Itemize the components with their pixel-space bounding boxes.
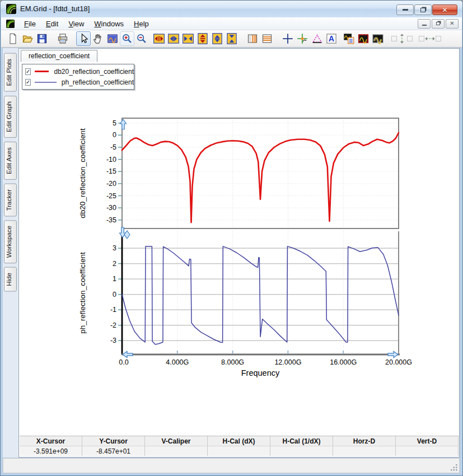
legend-checkbox-1[interactable]: ✓ (25, 79, 31, 86)
tab-label: reflection_coefficient (29, 52, 90, 60)
y-tick-label: -15 (106, 167, 116, 175)
tab-reflection-coefficient[interactable]: reflection_coefficient (21, 50, 97, 62)
y-axis-title-db20: db20_reflection_coefficient (78, 128, 87, 218)
text-annotation-icon: A (326, 33, 337, 44)
mdi-restore-icon (436, 22, 440, 25)
pan-hand-icon (92, 33, 104, 44)
toolbar-separator (274, 31, 280, 46)
mdi-restore-button[interactable] (432, 19, 445, 29)
y-tick-label: -35 (106, 216, 116, 224)
overlay-graphs-icon (372, 33, 384, 44)
overlay-graphs-button[interactable] (371, 31, 385, 46)
single-graph-icon (358, 33, 369, 44)
zoom-in-icon (121, 33, 133, 44)
expand-x-icon (153, 33, 165, 44)
menu-file[interactable]: File (19, 18, 41, 29)
select-arrow-button[interactable] (76, 31, 91, 46)
legend-label: ph_reflection_coefficient (62, 78, 134, 86)
fit-x-button[interactable] (166, 31, 181, 46)
save-button[interactable] (35, 31, 49, 46)
select-arrow-icon (78, 33, 89, 44)
readout-value-1: -8.457e+01 (82, 446, 145, 456)
y-tick-label: -1 (110, 306, 116, 314)
pan-hand-button[interactable] (91, 31, 105, 46)
open-file-button[interactable] (20, 31, 35, 46)
y-tick-label: 5 (113, 119, 116, 127)
zoom-out-button[interactable] (134, 31, 149, 46)
minimize-button[interactable] (396, 4, 414, 15)
y-tick-label: 1 (113, 275, 116, 283)
y-tick-label: -30 (106, 204, 116, 212)
tracker-cross-icon (297, 33, 308, 44)
resize-grip[interactable] (450, 463, 458, 472)
compress-x-button[interactable] (181, 31, 195, 46)
vertical-spacing-icon (397, 33, 407, 44)
legend-box[interactable]: ✓db20_reflection_coefficient✓ph_reflecti… (22, 64, 134, 90)
new-document-button[interactable] (6, 31, 20, 46)
mdi-minimize-button[interactable] (418, 19, 431, 29)
sidebar-tab-strip: Edit PlotsEdit GraphEdit AxesTrackerWork… (3, 53, 18, 296)
series-db20_reflection_coefficient[interactable] (122, 133, 399, 222)
toolbar-separator (70, 31, 76, 46)
sidebar-tab-edit-axes[interactable]: Edit Axes (4, 142, 17, 180)
sidebar-tab-workspace[interactable]: Workspace (4, 220, 17, 263)
sidebar-tab-edit-plots[interactable]: Edit Plots (4, 53, 17, 92)
cursor-readout-table: X-CursorY-CursorV-CaliperH-Cal (dX)H-Cal… (20, 436, 459, 456)
zoom-box-button[interactable] (105, 31, 120, 46)
legend-checkbox-0[interactable]: ✓ (25, 68, 31, 75)
readout-value-6 (396, 446, 459, 456)
y-tick-label: -5 (110, 143, 116, 151)
compress-y-button[interactable] (225, 31, 239, 46)
plot-with-legend-button[interactable] (342, 31, 356, 46)
readout-value-2 (145, 446, 208, 456)
readout-header-3: H-Cal (dX) (208, 436, 270, 446)
expand-x-button[interactable] (152, 31, 166, 46)
chart-pane-phase[interactable]: 3210-1-2-3ph_reflection_coefficient (78, 231, 399, 354)
menu-bar: FileEditViewWindowsHelp ✕ (1, 17, 462, 30)
toolbar-separator (49, 31, 55, 46)
single-graph-button[interactable] (356, 31, 371, 46)
scroll-up-arrow[interactable] (120, 119, 127, 129)
window-title: EM.Grid - [fdtd_tut18] (20, 4, 90, 13)
caliper-triangle-icon (311, 33, 322, 44)
menu-edit[interactable]: Edit (41, 18, 63, 29)
charts-canvas[interactable]: 50-5-10-15-20-25-30-35db20_reflection_co… (78, 107, 414, 387)
crosshair-icon (282, 33, 293, 44)
sidebar-tab-tracker[interactable]: Tracker (4, 184, 17, 217)
mdi-close-icon: ✕ (450, 21, 454, 26)
tracker-cross-button[interactable] (295, 31, 310, 46)
restore-button[interactable] (414, 4, 432, 15)
fit-y-button[interactable] (210, 31, 225, 46)
readout-header-2: V-Caliper (145, 436, 208, 446)
menu-help[interactable]: Help (129, 18, 154, 29)
close-button[interactable]: ✕ (432, 4, 457, 15)
scroll-right-arrow[interactable] (388, 352, 398, 358)
crosshair-button[interactable] (280, 31, 295, 46)
legend-item: ✓ph_reflection_coefficient (22, 77, 134, 87)
svg-text:A: A (329, 34, 334, 43)
sidebar-tab-hide[interactable]: Hide (4, 267, 17, 292)
y-tick-label: -25 (106, 192, 116, 200)
vertical-spacing-controls[interactable] (391, 33, 413, 44)
text-annotation-button[interactable]: A (324, 31, 339, 46)
mdi-close-button[interactable]: ✕ (446, 19, 459, 29)
vertical-markers-button[interactable] (245, 31, 260, 46)
sidebar-tab-edit-graph[interactable]: Edit Graph (4, 96, 17, 138)
chart-pane-db20[interactable]: 50-5-10-15-20-25-30-35db20_reflection_co… (78, 118, 399, 228)
readout-header-row: X-CursorY-CursorV-CaliperH-Cal (dX)H-Cal… (20, 436, 459, 446)
menu-windows[interactable]: Windows (89, 18, 129, 29)
zoom-in-button[interactable] (120, 31, 134, 46)
title-bar[interactable]: EM.Grid - [fdtd_tut18] ✕ (1, 1, 462, 17)
horizontal-markers-button[interactable] (260, 31, 274, 46)
axis-diamond-handle[interactable] (124, 231, 130, 239)
y-tick-label: -2 (110, 321, 116, 329)
print-button[interactable] (55, 31, 70, 46)
series-ph_reflection_coefficient[interactable] (122, 246, 399, 344)
app-window: EM.Grid - [fdtd_tut18] ✕ FileEditViewWin… (0, 0, 463, 476)
menu-view[interactable]: View (63, 18, 89, 29)
caliper-triangle-button[interactable] (310, 31, 324, 46)
scroll-left-arrow[interactable] (123, 352, 133, 358)
readout-value-3 (208, 446, 270, 456)
horizontal-spacing-controls[interactable] (419, 33, 441, 44)
expand-y-button[interactable] (195, 31, 210, 46)
